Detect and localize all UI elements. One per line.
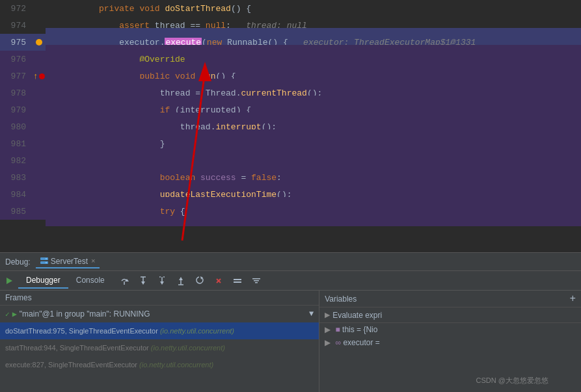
line-number-976: 976 xyxy=(0,55,33,64)
frames-header: Frames xyxy=(0,291,319,306)
watermark: CSDN @大忽悠爱忽悠 xyxy=(476,376,548,385)
line-number-978: 978 xyxy=(0,88,33,98)
var-this-icon: ■ xyxy=(335,325,340,334)
step-over-icon xyxy=(119,276,129,286)
svg-rect-3 xyxy=(40,261,48,264)
frame-2-text: execute:827, SingleThreadEventExecutor (… xyxy=(5,361,213,369)
settings-btn[interactable] xyxy=(228,272,247,290)
line-number-985: 985 xyxy=(0,207,33,216)
variables-label: Variables xyxy=(325,294,357,304)
svg-point-4 xyxy=(46,258,47,259)
code-editor: 972 private void doStartThread() { 974 a… xyxy=(0,0,581,254)
tab-close-btn[interactable]: × xyxy=(91,257,96,265)
thread-label: "main"@1 in group "main": RUNNING xyxy=(20,309,150,319)
code-line-985: 985 try { xyxy=(0,203,581,220)
svg-rect-24 xyxy=(234,281,241,283)
step-into-btn[interactable] xyxy=(134,272,152,290)
line-number-975: 975 xyxy=(0,38,33,47)
line-gutter-977: ↑ xyxy=(33,72,46,81)
thread-running[interactable]: ✓ ▶ "main"@1 in group "main": RUNNING ▼ xyxy=(0,306,319,322)
frame-0-text: doStartThread:975, SingleThreadEventExec… xyxy=(5,327,234,335)
stop-btn[interactable] xyxy=(209,272,228,290)
more-btn[interactable] xyxy=(247,272,265,290)
line-number-984: 984 xyxy=(0,190,33,200)
line-number-974: 974 xyxy=(0,21,33,31)
step-over-btn[interactable] xyxy=(115,272,133,290)
variables-header: Variables + xyxy=(319,291,581,307)
frame-item-2[interactable]: execute:827, SingleThreadEventExecutor (… xyxy=(0,356,319,373)
var-this[interactable]: ▶ ■ this = {Nio xyxy=(319,323,581,336)
force-step-icon xyxy=(157,276,167,286)
svg-marker-14 xyxy=(160,281,164,285)
play-icon: ▶ xyxy=(12,309,17,319)
thread-controls: ▼ xyxy=(309,309,314,319)
line-number-972: 972 xyxy=(0,4,33,14)
svg-marker-11 xyxy=(141,281,145,285)
line-number-982: 982 xyxy=(0,156,33,166)
breakpoint-977 xyxy=(39,73,45,79)
tab-console[interactable]: Console xyxy=(68,273,113,289)
close-brace-981: } xyxy=(99,139,165,149)
tab-server-icon xyxy=(40,257,49,266)
settings-icon xyxy=(232,276,243,286)
frames-label: Frames xyxy=(5,293,32,302)
svg-rect-2 xyxy=(40,257,48,260)
svg-rect-27 xyxy=(255,282,258,283)
line-gutter-975 xyxy=(33,39,46,46)
var-executor[interactable]: ▶ ∞ executor = xyxy=(319,336,581,349)
var-this-text: this = {Nio xyxy=(342,325,377,334)
line-number-980: 980 xyxy=(0,122,33,132)
frame-item-0[interactable]: doStartThread:975, SingleThreadEventExec… xyxy=(0,322,319,339)
tab-debugger[interactable]: Debugger xyxy=(18,273,68,289)
line-content-981: } xyxy=(46,129,581,159)
line-number-983: 983 xyxy=(0,173,33,183)
var-executor-expand: ▶ xyxy=(325,338,331,347)
variables-controls: + xyxy=(569,293,576,305)
step-into-icon xyxy=(138,276,148,286)
frame-item-1[interactable]: startThread:944, SingleThreadEventExecut… xyxy=(0,339,319,356)
chevron-right-icon: ▶ xyxy=(325,311,330,319)
check-icon: ✓ xyxy=(5,310,10,319)
debug-panel: Debug: ServerTest × xyxy=(0,252,581,392)
line-number-979: 979 xyxy=(0,105,33,115)
step-out-icon xyxy=(176,276,186,286)
resume-btn[interactable] xyxy=(0,272,18,290)
more-icon xyxy=(251,276,262,286)
svg-rect-23 xyxy=(234,279,241,280)
resume-icon xyxy=(4,276,14,286)
breakpoint-975 xyxy=(36,39,42,46)
frames-panel: Frames ✓ ▶ "main"@1 in group "main": RUN… xyxy=(0,291,319,392)
debug-label: Debug: xyxy=(5,257,31,267)
debugger-tabs-row: Debugger Console xyxy=(0,271,581,291)
svg-marker-18 xyxy=(179,277,183,280)
var-this-expand: ▶ xyxy=(325,325,331,334)
var-executor-text: executor = xyxy=(343,338,379,347)
rerun-btn[interactable] xyxy=(191,272,209,290)
rerun-icon xyxy=(195,276,205,286)
add-watch-btn[interactable]: + xyxy=(569,293,576,305)
arrow-indicator: ↑ xyxy=(33,72,38,81)
line-number-981: 981 xyxy=(0,139,33,149)
tab-server-test: ServerTest xyxy=(51,257,88,266)
svg-rect-25 xyxy=(252,278,260,280)
svg-marker-6 xyxy=(7,278,12,284)
svg-point-5 xyxy=(46,262,47,263)
server-test-tab[interactable]: ServerTest × xyxy=(36,255,100,268)
try-brace: try { xyxy=(99,207,185,216)
evaluate-row: ▶ Evaluate expri xyxy=(319,307,581,323)
stop-icon xyxy=(213,276,224,286)
var-executor-icon: ∞ xyxy=(335,338,341,347)
filter-icon[interactable]: ▼ xyxy=(309,309,314,319)
line-content-985: try { xyxy=(46,197,581,226)
debug-header: Debug: ServerTest × xyxy=(0,253,581,271)
evaluate-label: Evaluate expri xyxy=(332,311,382,320)
code-lines: 972 private void doStartThread() { 974 a… xyxy=(0,0,581,220)
force-step-btn[interactable] xyxy=(153,272,171,290)
svg-rect-26 xyxy=(254,280,259,281)
step-out-btn[interactable] xyxy=(172,272,190,290)
debugger-toolbar xyxy=(115,272,265,290)
frame-1-text: startThread:944, SingleThreadEventExecut… xyxy=(5,344,225,352)
code-line-981: 981 } xyxy=(0,135,581,152)
line-number-977: 977 xyxy=(0,72,33,81)
